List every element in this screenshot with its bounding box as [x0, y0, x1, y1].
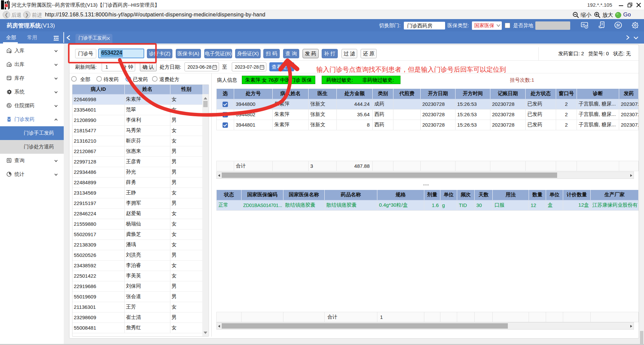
svg-text:SI: SI	[616, 23, 620, 27]
svg-text:SI: SI	[582, 23, 585, 26]
